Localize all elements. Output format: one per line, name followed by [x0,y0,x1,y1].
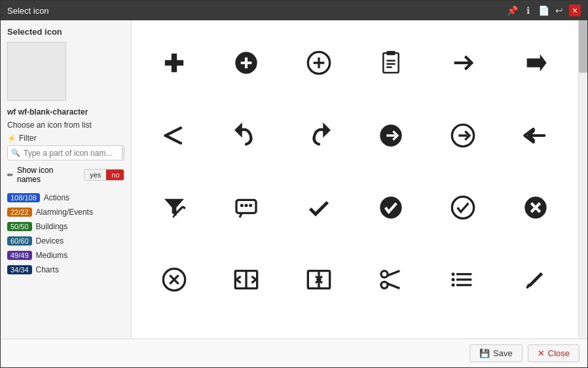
svg-rect-3 [386,51,395,56]
icon-check[interactable] [283,172,355,244]
dialog-footer: 💾 Save ✕ Close [1,339,587,367]
category-item-devices[interactable]: 60/60 Devices [7,235,124,247]
category-badge-devices: 60/60 [7,236,32,246]
category-name-charts: Charts [36,265,59,274]
svg-rect-2 [383,53,398,73]
icon-redo[interactable] [283,99,355,171]
icon-clipboard[interactable] [355,27,427,99]
search-row: 🔍 ✕ [7,145,124,160]
category-item-charts[interactable]: 34/34 Charts [7,264,124,276]
icon-grid-area[interactable] [132,20,578,339]
icon-document-alt[interactable] [500,316,572,339]
category-list: 108/108 Actions 22/22 Alarming/Events 50… [7,192,124,276]
svg-line-13 [183,206,185,208]
svg-line-14 [173,214,175,217]
icon-x-circle[interactable] [500,172,572,244]
header-icons: 📌 ℹ 📄 ↩ × [506,5,581,16]
dialog-body: Selected icon wf wf-blank-character Choo… [1,20,587,339]
icon-filter-edit[interactable] [138,172,210,244]
filter-text: Filter [19,134,37,143]
toggle-no[interactable]: no [106,170,124,180]
scrollbar-thumb[interactable] [579,20,587,73]
sidebar: Selected icon wf wf-blank-character Choo… [1,20,132,339]
icon-share[interactable] [138,99,210,171]
svg-line-29 [387,271,399,276]
close-button[interactable]: ✕ Close [528,344,579,362]
svg-line-12 [175,206,183,214]
category-name-actions: Actions [44,193,69,202]
svg-marker-8 [526,54,546,72]
icon-name: wf wf-blank-character [7,107,124,117]
icon-document[interactable] [427,316,499,339]
close-label: Close [548,348,570,358]
icon-grid [138,27,572,339]
category-badge-actions: 108/108 [7,193,40,202]
category-badge-charts: 34/34 [7,265,32,274]
icon-plus-thick[interactable] [138,27,210,99]
svg-line-37 [540,273,542,275]
svg-point-28 [381,282,388,289]
icon-plus-circle[interactable] [210,27,282,99]
icon-expand-horiz2[interactable] [283,316,355,339]
category-item-buildings[interactable]: 50/50 Buildings [7,221,124,232]
icon-pencil[interactable] [500,244,572,316]
toggle-yes[interactable]: yes [84,170,106,180]
category-name-devices: Devices [36,236,64,246]
doc-icon[interactable]: 📄 [538,5,549,16]
close-circle-icon: ✕ [538,348,545,358]
selected-icon-label: Selected icon [7,27,124,37]
save-icon: 💾 [479,348,490,358]
back-icon[interactable]: ↩ [553,5,565,16]
search-input[interactable] [24,147,122,160]
pin-icon[interactable]: 📌 [506,5,518,16]
svg-point-20 [452,196,474,218]
icon-eye[interactable] [355,316,427,339]
icon-preview-box [7,42,66,101]
dialog-title: Select icon [7,6,49,16]
category-item-actions[interactable]: 108/108 Actions [7,192,124,204]
search-clear-button[interactable]: ✕ [122,147,124,160]
icon-collapse-horiz[interactable] [210,316,282,339]
category-badge-mediums: 49/49 [7,251,32,260]
icon-reply[interactable] [500,99,572,171]
icon-close-circle-filled[interactable] [138,244,210,316]
category-name-mediums: Mediums [36,251,68,260]
icon-chat[interactable] [210,172,282,244]
show-names-label: Show icon names [17,166,77,184]
toggle-group: yes no [84,169,124,181]
icon-list[interactable] [427,244,499,316]
show-names-row: Show icon names yes no [7,166,124,184]
category-name-buildings: Buildings [36,222,68,231]
icon-arrow-right-circle-outline[interactable] [427,99,499,171]
close-icon[interactable]: × [569,5,581,16]
category-badge-alarming: 22/22 [7,208,32,217]
filter-label: Filter [7,134,124,143]
icon-arrow-right[interactable] [427,27,499,99]
scrollbar[interactable] [578,20,587,339]
icon-check-circle-filled[interactable] [355,172,427,244]
info-icon[interactable]: ℹ [522,5,534,16]
category-name-alarming: Alarming/Events [36,208,93,217]
select-icon-dialog: Select icon 📌 ℹ 📄 ↩ × Selected icon wf w… [0,0,588,368]
icon-compress-horiz[interactable] [283,244,355,316]
category-badge-buildings: 50/50 [7,222,32,231]
choose-label: Choose an icon from list [7,120,124,130]
save-button[interactable]: 💾 Save [469,344,523,362]
icon-expand-horiz[interactable] [210,244,282,316]
icon-scissors[interactable] [355,244,427,316]
icon-plus-circle-outline[interactable] [283,27,355,99]
dialog-header: Select icon 📌 ℹ 📄 ↩ × [1,1,587,20]
icon-arrow-right-circle-filled[interactable] [355,99,427,171]
search-icon: 🔍 [8,146,24,160]
category-item-alarming[interactable]: 22/22 Alarming/Events [7,206,124,218]
icon-arrow-right-bold[interactable] [500,27,572,99]
save-label: Save [493,348,513,358]
svg-line-30 [387,284,399,289]
icon-check-circle-outline[interactable] [427,172,499,244]
icon-undo[interactable] [210,99,282,171]
category-item-mediums[interactable]: 49/49 Mediums [7,249,124,261]
icon-compress-all[interactable] [138,316,210,339]
svg-point-27 [381,271,388,278]
